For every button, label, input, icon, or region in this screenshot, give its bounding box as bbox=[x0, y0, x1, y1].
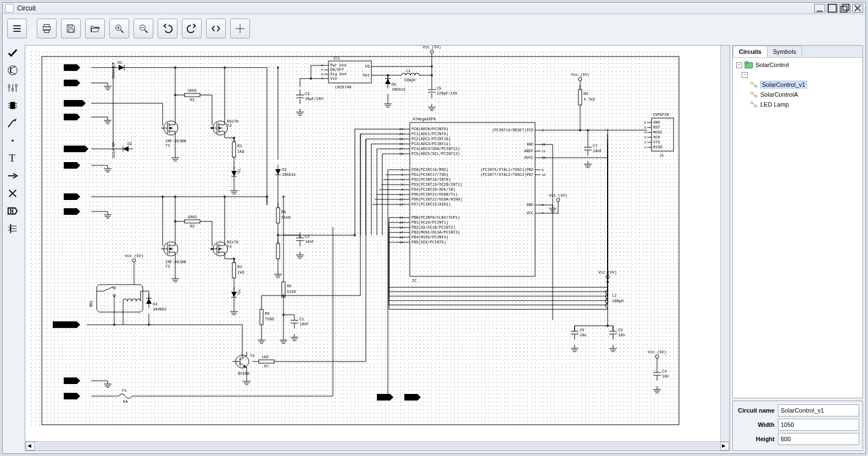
menu-button[interactable] bbox=[7, 19, 27, 38]
prop-height-input[interactable] bbox=[778, 433, 859, 445]
tree-item-solarcontrol-v1[interactable]: SolarControl_v1 bbox=[734, 80, 861, 90]
svg-text:BS170: BS170 bbox=[227, 119, 238, 124]
svg-text:PC2(ADC2/PCINT10): PC2(ADC2/PCINT10) bbox=[411, 137, 450, 141]
svg-text:(PCINT6/XTAL1/TOSC1)PB6: (PCINT6/XTAL1/TOSC1)PB6 bbox=[480, 168, 533, 172]
cut-tool[interactable] bbox=[5, 186, 20, 201]
svg-text:PC3(ADC3/PCINT11): PC3(ADC3/PCINT11) bbox=[411, 142, 450, 146]
svg-text:GND: GND bbox=[526, 203, 533, 207]
svg-text:R7: R7 bbox=[264, 364, 269, 369]
svg-text:220µF/16V: 220µF/16V bbox=[437, 91, 458, 96]
svg-rect-720 bbox=[745, 62, 748, 64]
svg-rect-320 bbox=[259, 360, 274, 363]
minimize-button[interactable] bbox=[814, 4, 825, 13]
svg-text:T5: T5 bbox=[250, 354, 254, 358]
open-button[interactable] bbox=[85, 19, 105, 38]
svg-point-724 bbox=[750, 92, 753, 94]
junction-tool[interactable] bbox=[5, 133, 20, 148]
app-icon bbox=[5, 4, 14, 13]
svg-text:AREF: AREF bbox=[524, 149, 533, 153]
svg-text:5: 5 bbox=[644, 126, 646, 130]
svg-text:1kΩ: 1kΩ bbox=[237, 149, 244, 154]
svg-point-23 bbox=[8, 66, 18, 75]
svg-text:Vcc.(5V): Vcc.(5V) bbox=[125, 254, 143, 258]
svg-text:PD1(PCINT17/TXD): PD1(PCINT17/TXD) bbox=[411, 173, 448, 177]
svg-line-25 bbox=[10, 66, 15, 69]
print-button[interactable] bbox=[37, 19, 57, 38]
svg-text:MISO: MISO bbox=[653, 145, 663, 149]
svg-rect-613 bbox=[578, 90, 582, 105]
confirm-tool[interactable] bbox=[5, 45, 20, 60]
arrow-tool[interactable] bbox=[5, 168, 20, 183]
adjust-tool[interactable] bbox=[5, 80, 20, 96]
chip-tool[interactable] bbox=[5, 98, 20, 113]
svg-point-725 bbox=[755, 95, 757, 97]
svg-text:R9: R9 bbox=[583, 92, 588, 96]
svg-text:D1: D1 bbox=[118, 60, 122, 65]
wire-tool[interactable] bbox=[5, 115, 20, 131]
code-button[interactable] bbox=[206, 19, 226, 38]
svg-point-696 bbox=[655, 355, 659, 358]
svg-text:10nF: 10nF bbox=[299, 322, 309, 326]
text-tool[interactable]: T bbox=[5, 151, 20, 166]
svg-text:C6: C6 bbox=[580, 328, 584, 332]
svg-text:GND: GND bbox=[66, 379, 73, 383]
tab-symbols[interactable]: Symbols bbox=[767, 46, 802, 57]
svg-rect-275 bbox=[97, 285, 143, 312]
svg-point-30 bbox=[12, 88, 14, 91]
svg-rect-327 bbox=[260, 309, 263, 325]
svg-text:PWM: PWM bbox=[66, 66, 73, 70]
svg-text:ATmega88PA: ATmega88PA bbox=[413, 117, 436, 121]
tree-item-solarcontrola[interactable]: SolarControlA bbox=[734, 90, 861, 99]
connector-tool[interactable] bbox=[5, 221, 20, 236]
crosshair-button[interactable] bbox=[230, 19, 250, 38]
svg-rect-9 bbox=[44, 25, 49, 27]
svg-text:10: 10 bbox=[542, 173, 546, 177]
tree-item-led-lamp[interactable]: LED Lamp bbox=[734, 99, 861, 109]
svg-marker-207 bbox=[219, 247, 221, 251]
circuits-tree[interactable]: − SolarControl − SolarControl_v1 SolarCo… bbox=[733, 58, 863, 398]
tree-root[interactable]: − SolarControl bbox=[734, 60, 861, 70]
tree-toggle[interactable]: − bbox=[734, 70, 861, 80]
svg-text:R2: R2 bbox=[190, 224, 194, 229]
right-tabs: Circuits Symbols bbox=[733, 46, 863, 58]
svg-text:3554 SM: 3554 SM bbox=[112, 63, 116, 79]
redo-button[interactable] bbox=[182, 19, 202, 38]
svg-rect-267 bbox=[276, 243, 280, 259]
svg-text:R1: R1 bbox=[190, 98, 194, 102]
restore-button[interactable] bbox=[839, 4, 850, 13]
svg-text:N: N bbox=[10, 208, 14, 214]
svg-rect-246 bbox=[276, 208, 280, 223]
svg-text:Vin: Vin bbox=[330, 76, 337, 81]
zoom-in-button[interactable] bbox=[109, 19, 129, 38]
svg-rect-12 bbox=[69, 25, 73, 27]
svg-text:51kΩ: 51kΩ bbox=[287, 290, 296, 294]
prop-name-input[interactable] bbox=[778, 404, 859, 416]
svg-rect-11 bbox=[44, 30, 49, 33]
save-button[interactable] bbox=[61, 19, 81, 38]
prop-width-input[interactable] bbox=[778, 419, 859, 431]
svg-text:1: 1 bbox=[644, 146, 646, 149]
svg-text:1N5815: 1N5815 bbox=[282, 173, 296, 177]
svg-text:6: 6 bbox=[644, 121, 646, 125]
tab-circuits[interactable]: Circuits bbox=[733, 46, 767, 57]
svg-text:9: 9 bbox=[542, 168, 544, 172]
transistor-tool[interactable] bbox=[5, 63, 20, 78]
zoom-out-button[interactable] bbox=[133, 19, 153, 38]
svg-rect-2 bbox=[841, 6, 847, 12]
svg-marker-40 bbox=[14, 119, 17, 122]
svg-point-721 bbox=[750, 82, 753, 84]
close-button[interactable] bbox=[852, 4, 863, 13]
maximize-button[interactable] bbox=[827, 4, 838, 13]
svg-text:R6: R6 bbox=[287, 284, 291, 288]
svg-text:IC1: IC1 bbox=[333, 56, 340, 60]
undo-button[interactable] bbox=[158, 19, 177, 38]
schematic-canvas[interactable]: PWMGNDSwitchGNDMPPT_INGNDAccuGNDMPPT_OUT… bbox=[25, 46, 720, 441]
vertical-scrollbar[interactable] bbox=[720, 46, 730, 441]
svg-text:LM2574N: LM2574N bbox=[335, 85, 351, 90]
netlist-tool[interactable]: N bbox=[5, 203, 20, 219]
horizontal-scrollbar[interactable]: ◄ ► bbox=[25, 441, 730, 451]
window-title: Circuit bbox=[17, 4, 36, 12]
titlebar: Circuit bbox=[3, 3, 865, 14]
svg-text:LOAD: LOAD bbox=[66, 394, 75, 399]
svg-marker-106 bbox=[169, 126, 171, 130]
